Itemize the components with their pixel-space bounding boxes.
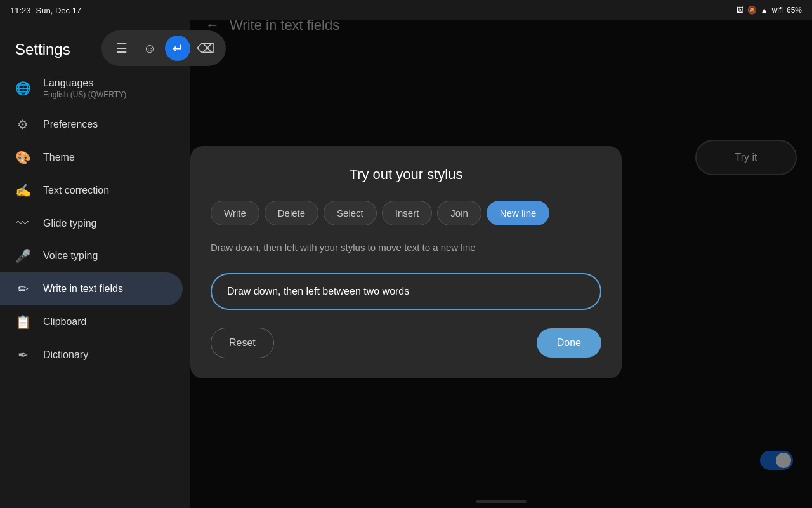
- status-time: 11:23: [10, 6, 31, 15]
- sidebar-label-text-correction: Text correction: [43, 185, 109, 196]
- battery-icon: 65%: [787, 6, 802, 15]
- tab-write[interactable]: Write: [211, 201, 259, 225]
- delete-toolbar-button[interactable]: ⌫: [193, 36, 218, 61]
- sidebar-label-languages: Languages: [43, 77, 126, 89]
- sidebar-item-voice-typing[interactable]: 🎤 Voice typing: [0, 239, 183, 272]
- modal-title: Try out your stylus: [211, 166, 601, 183]
- tab-buttons-container: Write Delete Select Insert Join New line: [211, 201, 601, 225]
- enter-toolbar-button[interactable]: ↵: [165, 36, 190, 61]
- dictionary-icon: ✒: [15, 347, 30, 363]
- microphone-icon: 🎤: [15, 248, 30, 264]
- status-date: Sun, Dec 17: [36, 6, 82, 15]
- sidebar-item-clipboard[interactable]: 📋 Clipboard: [0, 305, 183, 338]
- theme-icon: 🎨: [15, 150, 30, 165]
- sidebar-item-preferences[interactable]: ⚙ Preferences: [0, 108, 183, 141]
- stylus-modal: Try out your stylus Write Delete Select …: [190, 146, 622, 378]
- reset-button[interactable]: Reset: [211, 328, 274, 358]
- tab-delete[interactable]: Delete: [265, 201, 318, 225]
- emoji-toolbar-button[interactable]: ☺: [137, 36, 162, 61]
- glide-typing-icon: 〰: [15, 216, 30, 231]
- demo-input-field[interactable]: [211, 273, 601, 310]
- signal-icon: ▲: [761, 6, 768, 15]
- done-button[interactable]: Done: [537, 328, 601, 358]
- preferences-icon: ⚙: [15, 117, 30, 132]
- text-correction-icon: ✍: [15, 183, 30, 198]
- tab-new-line[interactable]: New line: [487, 201, 550, 225]
- modal-buttons: Reset Done: [211, 328, 601, 358]
- sidebar-item-theme[interactable]: 🎨 Theme: [0, 141, 183, 174]
- sidebar-item-languages[interactable]: 🌐 Languages English (US) (QWERTY): [0, 69, 183, 108]
- sidebar-item-glide-typing[interactable]: 〰 Glide typing: [0, 207, 183, 239]
- menu-toolbar-button[interactable]: ☰: [109, 36, 134, 61]
- sidebar-label-theme: Theme: [43, 152, 75, 163]
- sidebar-label-clipboard: Clipboard: [43, 316, 86, 328]
- sidebar-label-glide-typing: Glide typing: [43, 218, 97, 229]
- tab-join[interactable]: Join: [437, 201, 481, 225]
- image-icon: 🖼: [736, 6, 743, 15]
- keyboard-toolbar: ☰ ☺ ↵ ⌫: [102, 30, 226, 66]
- sidebar-item-dictionary[interactable]: ✒ Dictionary: [0, 338, 183, 371]
- pencil-icon: ✏: [15, 281, 30, 297]
- tab-select[interactable]: Select: [324, 201, 377, 225]
- globe-icon: 🌐: [15, 81, 30, 96]
- sidebar-sublabel-languages: English (US) (QWERTY): [43, 90, 126, 99]
- mute-icon: 🔕: [747, 6, 757, 15]
- status-bar: 11:23 Sun, Dec 17 🖼 🔕 ▲ wifi 65%: [0, 0, 812, 20]
- sidebar-item-text-correction[interactable]: ✍ Text correction: [0, 174, 183, 207]
- sidebar: Settings 🌐 Languages English (US) (QWERT…: [0, 0, 190, 508]
- tab-insert[interactable]: Insert: [382, 201, 433, 225]
- sidebar-label-voice-typing: Voice typing: [43, 250, 98, 262]
- sidebar-label-write-in-text-fields: Write in text fields: [43, 283, 123, 295]
- status-icons: 🖼 🔕 ▲ wifi 65%: [736, 6, 802, 15]
- sidebar-item-write-in-text-fields[interactable]: ✏ Write in text fields: [0, 272, 183, 305]
- sidebar-label-dictionary: Dictionary: [43, 349, 88, 361]
- modal-description: Draw down, then left with your stylus to…: [211, 241, 601, 255]
- sidebar-label-preferences: Preferences: [43, 119, 98, 130]
- clipboard-icon: 📋: [15, 314, 30, 330]
- wifi-icon: wifi: [772, 6, 783, 15]
